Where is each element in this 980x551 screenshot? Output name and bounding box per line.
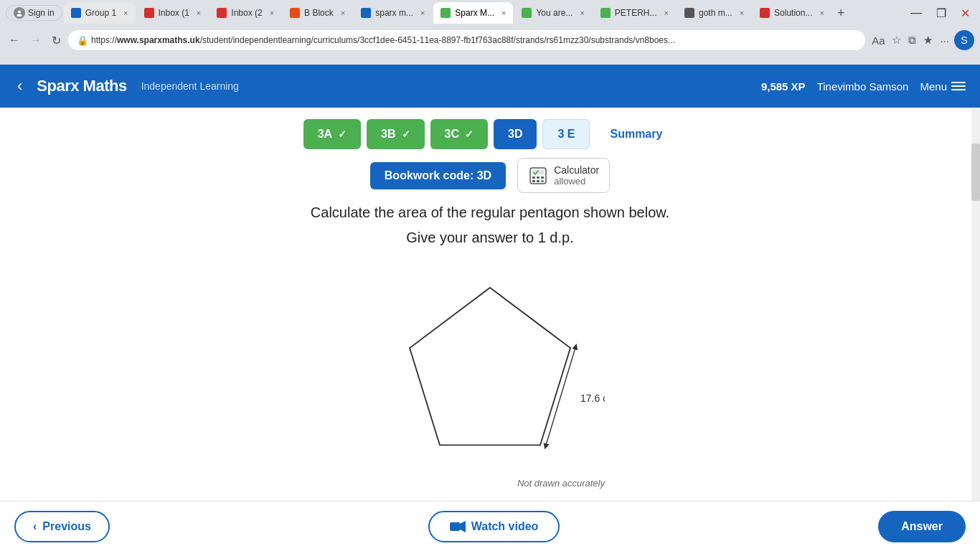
tab-3c[interactable]: 3C ✓ [430,119,488,149]
calculator-line1: Calculator [554,164,599,176]
menu-label: Menu [920,80,947,93]
calculator-icon [528,166,548,186]
tab-close-inbox1[interactable]: × [197,9,201,17]
bookmark-button[interactable]: ☆ [890,32,903,49]
menu-button[interactable]: Menu [920,80,966,93]
tab-close-peterh[interactable]: × [664,9,669,17]
pentagon-diagram: 17.6 cm [375,268,605,468]
bottom-bar: ‹ Previous Watch video Answer [0,501,980,551]
tab-label-sparxmaths: Sparx M... [455,8,494,18]
sign-in-label: Sign in [28,8,55,18]
progress-tabs: 3A ✓ 3B ✓ 3C ✓ 3D 3 E Summary [303,108,677,158]
new-tab-button[interactable]: + [833,6,849,21]
tab-favicon-youare [522,8,532,18]
tab-close-inbox2[interactable]: × [270,9,274,17]
svg-rect-8 [537,180,540,182]
reload-button[interactable]: ↻ [49,31,64,50]
watch-video-button[interactable]: Watch video [428,511,560,542]
tab-gothm[interactable]: goth m... × [677,2,751,24]
calculator-box: Calculator allowed [517,158,610,193]
previous-button[interactable]: ‹ Previous [14,511,110,542]
favorites-button[interactable]: ★ [921,32,935,49]
tab-inbox2[interactable]: Inbox (2 × [209,2,281,24]
tab-3b-label: 3B [381,128,395,141]
tab-youare[interactable]: You are... × [514,2,591,24]
tab-summary[interactable]: Summary [595,119,677,149]
previous-label: Previous [42,520,91,533]
tab-3d[interactable]: 3D [494,119,537,149]
tab-solution[interactable]: Solution... × [753,2,831,24]
video-camera-icon [450,521,466,532]
xp-badge: 9,585 XP [761,80,806,93]
header-right: 9,585 XP Tinevimbo Samson Menu [761,80,966,93]
sign-in-button[interactable]: Sign in [6,5,62,21]
tab-label-inbox2: Inbox (2 [231,8,262,18]
tab-summary-label: Summary [610,128,662,141]
restore-button[interactable]: ❐ [932,5,951,22]
window-controls: — ❐ ✕ [906,5,974,22]
minimize-button[interactable]: — [906,5,926,21]
svg-marker-10 [410,288,570,445]
tab-3a[interactable]: 3A ✓ [303,119,361,149]
tab-close-bblock[interactable]: × [341,9,345,17]
svg-marker-14 [460,521,466,532]
main-content: 3A ✓ 3B ✓ 3C ✓ 3D 3 E Summary Bookwork c… [0,108,980,551]
back-nav-button[interactable]: ← [6,31,23,50]
forward-nav-button[interactable]: → [27,31,44,50]
tab-3a-label: 3A [318,128,332,141]
tab-close-sparxm[interactable]: × [420,9,425,17]
tab-close-solution[interactable]: × [819,9,824,17]
tab-close-gothm[interactable]: × [740,9,744,17]
close-button[interactable]: ✕ [956,5,974,22]
watch-label: Watch video [471,520,539,533]
hamburger-icon [951,82,966,90]
tab-close-youare[interactable]: × [580,9,584,17]
tab-favicon-bblock [290,8,300,18]
tab-3e[interactable]: 3 E [542,119,590,149]
tab-close-sparxmaths[interactable]: × [501,9,506,17]
tab-close-group1[interactable]: × [123,9,128,17]
scrollbar[interactable] [971,108,980,501]
tab-favicon-inbox1 [144,8,154,18]
tab-group1[interactable]: Group 1 × [64,2,136,24]
profile-avatar[interactable]: S [954,30,974,50]
tab-favicon-solution [760,8,770,18]
pentagon-container: 17.6 cm Not drawn accurately [375,268,605,471]
username: Tinevimbo Samson [817,80,909,93]
tab-3b[interactable]: 3B ✓ [367,119,424,149]
more-button[interactable]: ··· [938,32,951,49]
url-bar[interactable]: 🔒 https://www.sparxmaths.uk/student/inde… [68,30,865,50]
address-bar: ← → ↻ 🔒 https://www.sparxmaths.uk/studen… [0,26,980,55]
tab-peterh[interactable]: PETERH... × [593,2,676,24]
calculator-line2: allowed [554,176,599,187]
tab-sparxmaths[interactable]: Sparx M... × [433,2,513,24]
reader-mode-button[interactable]: Aa [870,32,887,49]
tab-3d-label: 3D [508,128,522,141]
url-text: https://www.sparxmaths.uk/student/indepe… [91,35,675,45]
tab-bblock[interactable]: B Block × [283,2,352,24]
browser-chrome: Sign in Group 1 × Inbox (1 × Inbox (2 × … [0,0,980,65]
calculator-text: Calculator allowed [554,164,599,187]
tab-label-group1: Group 1 [85,8,116,18]
profile-icon [14,7,25,19]
tab-3e-label: 3 E [557,128,575,141]
tab-favicon-inbox2 [217,8,227,18]
question-line2: Give your answer to 1 d.p. [311,230,669,246]
question-area: Calculate the area of the regular pentag… [282,204,698,260]
scroll-thumb[interactable] [971,143,980,201]
answer-button[interactable]: Answer [878,511,966,542]
tab-inbox1[interactable]: Inbox (1 × [137,2,209,24]
tab-label-inbox1: Inbox (1 [159,8,189,18]
tab-favicon-sparxm [361,8,371,18]
tab-label-solution: Solution... [774,8,812,18]
svg-rect-6 [541,176,544,179]
tab-sparxm[interactable]: sparx m... × [354,2,432,24]
header-back-button[interactable]: ‹ [14,74,25,98]
tab-collections-button[interactable]: ⧉ [906,32,918,49]
tab-label-bblock: B Block [304,8,334,18]
tab-favicon-group1 [71,8,81,18]
lock-icon: 🔒 [77,35,88,46]
svg-rect-9 [541,180,544,182]
svg-rect-13 [450,522,460,531]
tab-bar: Sign in Group 1 × Inbox (1 × Inbox (2 × … [0,0,980,26]
